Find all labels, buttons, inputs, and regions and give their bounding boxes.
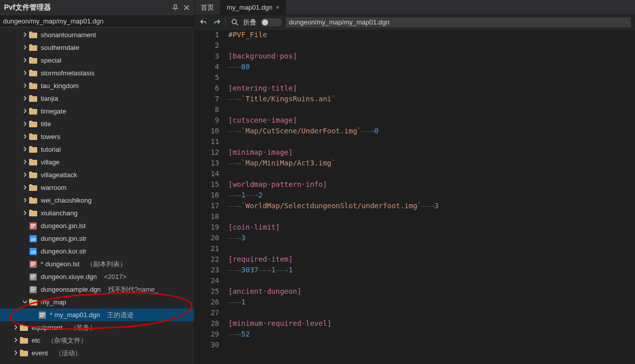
file-item[interactable]: * my_map01.dgn王的遗迹 bbox=[0, 309, 194, 321]
code-line[interactable]: ——→`Map/CutScene/UnderFoot.img`——→0 bbox=[228, 126, 635, 136]
folder-item[interactable]: village bbox=[0, 156, 194, 169]
code-line[interactable]: [cutscene·image] bbox=[228, 115, 635, 126]
code-line[interactable] bbox=[228, 104, 635, 115]
folder-item[interactable]: title bbox=[0, 118, 194, 130]
folder-item[interactable]: xiulianchang bbox=[0, 207, 194, 219]
chevron-right-icon[interactable] bbox=[21, 172, 29, 179]
tab-my_map01.dgn[interactable]: my_map01.dgn× bbox=[221, 0, 286, 15]
whitespace-indicator: ——→ bbox=[228, 63, 241, 71]
file-item[interactable]: dungeon.jpn.lst bbox=[0, 219, 194, 232]
path-input[interactable] bbox=[286, 17, 631, 27]
file-tree[interactable]: shonantournamentsoutherndalespecialstorm… bbox=[0, 27, 194, 364]
code-line[interactable]: [minimap·image] bbox=[228, 147, 635, 158]
code-line[interactable] bbox=[228, 40, 635, 51]
chevron-right-icon[interactable] bbox=[12, 324, 19, 331]
chevron-right-icon[interactable] bbox=[21, 197, 29, 204]
svg-rect-18 bbox=[31, 289, 36, 290]
file-item[interactable]: dungeon.xiuye.dgn<2017> bbox=[0, 270, 194, 283]
code-line[interactable]: [required·item] bbox=[228, 254, 635, 265]
code-line[interactable] bbox=[228, 243, 635, 254]
file-item[interactable]: abdungeon.kor.str bbox=[0, 245, 194, 258]
chevron-right-icon[interactable] bbox=[21, 44, 29, 51]
code-line[interactable] bbox=[228, 211, 635, 222]
folder-item[interactable]: towers bbox=[0, 130, 194, 143]
folder-icon bbox=[29, 82, 38, 90]
line-number: 23 bbox=[195, 265, 219, 275]
file-item[interactable]: abdungeon.jpn.str bbox=[0, 232, 194, 245]
undo-icon[interactable] bbox=[199, 18, 208, 27]
code-area[interactable]: #PVF_File[background·pos]——→80[entering·… bbox=[226, 30, 635, 364]
line-number: 9 bbox=[195, 115, 219, 126]
code-line[interactable]: ——→1 bbox=[228, 297, 635, 307]
code-line[interactable]: ——→80 bbox=[228, 62, 635, 72]
code-line[interactable]: ——→`Map/MiniMap/Act3.img` bbox=[228, 158, 635, 169]
folder-item[interactable]: shonantournament bbox=[0, 29, 194, 41]
chevron-right-icon[interactable] bbox=[21, 70, 29, 77]
code-line[interactable]: ——→3 bbox=[228, 233, 635, 243]
folder-item[interactable]: tianjia bbox=[0, 92, 194, 105]
code-line[interactable] bbox=[228, 307, 635, 318]
folder-item[interactable]: tutorial bbox=[0, 143, 194, 156]
chevron-right-icon[interactable] bbox=[21, 108, 29, 115]
code-line[interactable]: ——→1——→2 bbox=[228, 190, 635, 201]
pin-icon[interactable] bbox=[172, 4, 179, 11]
fold-toggle[interactable] bbox=[260, 18, 282, 26]
chevron-right-icon[interactable] bbox=[12, 350, 19, 357]
folder-item[interactable]: event（活动） bbox=[0, 347, 194, 359]
folder-item[interactable]: southerndale bbox=[0, 41, 194, 54]
folder-item[interactable]: tau_kingdom bbox=[0, 79, 194, 92]
path-text: dungeon/my_map/my_map01.dgn bbox=[3, 17, 103, 25]
code-line[interactable]: [ancient·dungeon] bbox=[228, 286, 635, 297]
folder-item[interactable]: etc（杂项文件） bbox=[0, 334, 194, 347]
search-icon[interactable] bbox=[230, 18, 239, 27]
folder-item[interactable]: warroom bbox=[0, 181, 194, 194]
folder-item[interactable]: timegate bbox=[0, 105, 194, 118]
chevron-right-icon[interactable] bbox=[12, 337, 19, 344]
chevron-right-icon[interactable] bbox=[21, 121, 29, 128]
file-item[interactable]: dungeonsample.dgn找不到代?name_ bbox=[0, 283, 194, 296]
line-number: 19 bbox=[195, 222, 219, 233]
tab-close-icon[interactable]: × bbox=[276, 4, 280, 11]
code-line[interactable]: #PVF_File bbox=[228, 30, 635, 40]
chevron-right-icon[interactable] bbox=[21, 146, 29, 153]
chevron-right-icon[interactable] bbox=[21, 184, 29, 191]
folder-item[interactable]: my_map bbox=[0, 296, 194, 309]
code-line[interactable] bbox=[228, 136, 635, 147]
code-line[interactable] bbox=[228, 169, 635, 179]
folder-item[interactable]: villageattack bbox=[0, 169, 194, 181]
code-line[interactable] bbox=[228, 275, 635, 286]
file-item[interactable]: * dungeon.lst（副本列表） bbox=[0, 258, 194, 270]
svg-text:ab: ab bbox=[31, 249, 36, 255]
path-bar[interactable]: dungeon/my_map/my_map01.dgn bbox=[0, 15, 194, 27]
code-line[interactable]: [minimum·required·level] bbox=[228, 318, 635, 329]
folder-item[interactable]: equipment（装备） bbox=[0, 321, 194, 334]
chevron-right-icon[interactable] bbox=[21, 57, 29, 64]
chevron-down-icon[interactable] bbox=[21, 299, 29, 306]
code-line[interactable] bbox=[228, 340, 635, 350]
code-line[interactable]: ——→`Title/KingsRuins.ani` bbox=[228, 94, 635, 104]
chevron-right-icon[interactable] bbox=[21, 133, 29, 141]
folder-item[interactable]: special bbox=[0, 54, 194, 67]
code-line[interactable]: [background·pos] bbox=[228, 51, 635, 62]
chevron-right-icon[interactable] bbox=[21, 210, 29, 217]
folder-item[interactable]: wei_chaoshikong bbox=[0, 194, 194, 207]
tab-首页[interactable]: 首页 bbox=[195, 0, 221, 15]
code-line[interactable] bbox=[228, 72, 635, 83]
chevron-right-icon bbox=[21, 261, 29, 268]
code-line[interactable]: [entering·title] bbox=[228, 83, 635, 94]
code-line[interactable]: [coin·limit] bbox=[228, 222, 635, 233]
line-number: 11 bbox=[195, 136, 219, 147]
code-line[interactable]: ——→52 bbox=[228, 329, 635, 340]
close-icon[interactable] bbox=[183, 4, 190, 11]
code-line[interactable]: ——→`WorldMap/SelectdungeonSlot/underfoot… bbox=[228, 201, 635, 211]
code-editor[interactable]: 1234567891011121314151617181920212223242… bbox=[195, 30, 635, 364]
folder-item[interactable]: stormofmetastasis bbox=[0, 67, 194, 79]
item-label: xiulianchang bbox=[41, 209, 77, 217]
code-line[interactable]: ——→3037——→1——→1 bbox=[228, 265, 635, 275]
chevron-right-icon[interactable] bbox=[21, 95, 29, 102]
chevron-right-icon[interactable] bbox=[21, 32, 29, 39]
chevron-right-icon[interactable] bbox=[21, 82, 29, 90]
redo-icon[interactable] bbox=[212, 18, 221, 27]
code-line[interactable]: [worldmap·pattern·info] bbox=[228, 179, 635, 190]
chevron-right-icon[interactable] bbox=[21, 159, 29, 166]
